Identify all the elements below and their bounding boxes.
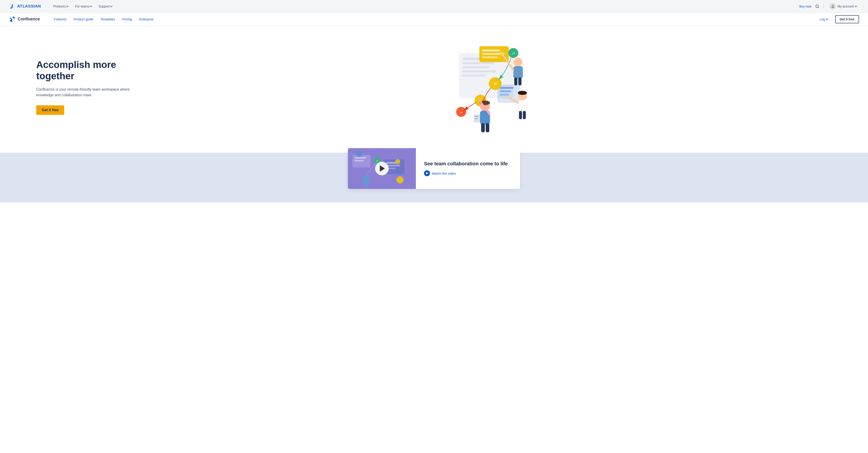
collaboration-illustration: ↗ ✉ ✓ ✏ bbox=[441, 39, 536, 134]
chevron-down-icon bbox=[855, 5, 857, 7]
enterprise-link[interactable]: Enterprise bbox=[136, 15, 157, 23]
svg-rect-7 bbox=[462, 74, 485, 76]
confluence-icon bbox=[9, 16, 16, 23]
svg-rect-52 bbox=[386, 165, 400, 166]
svg-rect-46 bbox=[355, 157, 366, 159]
watch-play-icon bbox=[426, 172, 428, 174]
svg-rect-5 bbox=[462, 66, 490, 68]
search-icon[interactable] bbox=[815, 4, 819, 8]
play-button[interactable] bbox=[375, 162, 389, 175]
atlassian-logo[interactable]: ATLASSIAN bbox=[9, 3, 41, 9]
watch-play-circle-icon bbox=[424, 170, 430, 176]
support-menu[interactable]: Support bbox=[95, 3, 115, 10]
svg-rect-15 bbox=[482, 56, 498, 58]
svg-point-56 bbox=[395, 159, 400, 164]
video-card: ✓ See team collaboration come to life Wa… bbox=[348, 148, 520, 189]
secondary-nav-links: Features Product guide Templates Pricing… bbox=[51, 15, 809, 23]
top-nav-links: Products For teams Support bbox=[50, 3, 799, 10]
hero-illustration: ↗ ✉ ✓ ✏ bbox=[145, 39, 832, 134]
svg-point-24 bbox=[513, 58, 522, 67]
svg-rect-10 bbox=[500, 90, 511, 92]
hero-text: Accomplish more together Confluence is y… bbox=[36, 59, 145, 115]
svg-rect-6 bbox=[462, 70, 496, 72]
secondary-nav-right: Log in Get it free bbox=[816, 15, 859, 23]
my-account-button[interactable]: My account bbox=[828, 2, 859, 11]
hero-section: Accomplish more together Confluence is y… bbox=[0, 26, 868, 153]
svg-point-49 bbox=[396, 176, 404, 184]
video-thumbnail[interactable]: ✓ bbox=[348, 148, 416, 189]
svg-rect-40 bbox=[518, 100, 527, 112]
svg-rect-25 bbox=[513, 66, 523, 78]
video-info: See team collaboration come to life Watc… bbox=[416, 148, 520, 189]
svg-rect-33 bbox=[481, 123, 485, 132]
svg-text:✏: ✏ bbox=[460, 110, 463, 115]
atlassian-logo-icon bbox=[9, 3, 16, 9]
svg-rect-34 bbox=[486, 123, 489, 132]
hero-title: Accomplish more together bbox=[36, 59, 145, 82]
svg-rect-36 bbox=[474, 116, 478, 117]
chevron-down-icon bbox=[111, 5, 113, 7]
features-link[interactable]: Features bbox=[51, 15, 69, 23]
get-it-free-nav-button[interactable]: Get it free bbox=[835, 15, 859, 23]
confluence-wordmark: Confluence bbox=[18, 17, 40, 22]
templates-link[interactable]: Templates bbox=[97, 15, 118, 23]
svg-point-39 bbox=[518, 91, 527, 95]
top-nav-right: Buy now | My account bbox=[799, 2, 859, 11]
svg-line-1 bbox=[818, 7, 818, 8]
atlassian-wordmark: ATLASSIAN bbox=[17, 4, 41, 9]
svg-point-0 bbox=[816, 5, 818, 7]
svg-rect-43 bbox=[523, 111, 526, 119]
buy-now-link[interactable]: Buy now bbox=[799, 4, 812, 8]
play-icon bbox=[380, 165, 385, 172]
svg-point-54 bbox=[363, 175, 369, 180]
confluence-logo[interactable]: Confluence bbox=[9, 16, 40, 23]
product-guide-link[interactable]: Product guide bbox=[70, 15, 96, 23]
chevron-down-icon bbox=[90, 5, 92, 7]
avatar bbox=[830, 3, 836, 9]
svg-text:✉: ✉ bbox=[494, 82, 497, 86]
svg-rect-9 bbox=[500, 87, 513, 89]
hero-subtitle: Confluence is your remote-friendly team … bbox=[36, 87, 145, 98]
divider: | bbox=[823, 4, 824, 9]
secondary-navigation: Confluence Features Product guide Templa… bbox=[0, 13, 868, 26]
for-teams-menu[interactable]: For teams bbox=[72, 3, 95, 10]
svg-rect-55 bbox=[363, 180, 369, 186]
pricing-link[interactable]: Pricing bbox=[119, 15, 135, 23]
svg-rect-13 bbox=[482, 50, 500, 52]
top-navigation: ATLASSIAN Products For teams Support Buy… bbox=[0, 0, 868, 13]
get-it-free-hero-button[interactable]: Get it free bbox=[36, 105, 64, 115]
svg-rect-11 bbox=[500, 94, 509, 96]
login-link[interactable]: Log in bbox=[816, 15, 831, 23]
svg-rect-47 bbox=[355, 160, 364, 161]
svg-rect-27 bbox=[514, 77, 518, 86]
watch-video-link[interactable]: Watch the video bbox=[424, 170, 512, 176]
svg-rect-42 bbox=[519, 111, 522, 119]
svg-point-48 bbox=[356, 151, 362, 157]
chevron-down-icon bbox=[66, 5, 69, 7]
video-title: See team collaboration come to life bbox=[424, 161, 512, 167]
svg-rect-28 bbox=[518, 77, 522, 86]
svg-rect-37 bbox=[474, 118, 478, 119]
video-section: ✓ See team collaboration come to life Wa… bbox=[0, 153, 868, 202]
products-menu[interactable]: Products bbox=[50, 3, 71, 10]
svg-rect-4 bbox=[462, 62, 494, 64]
